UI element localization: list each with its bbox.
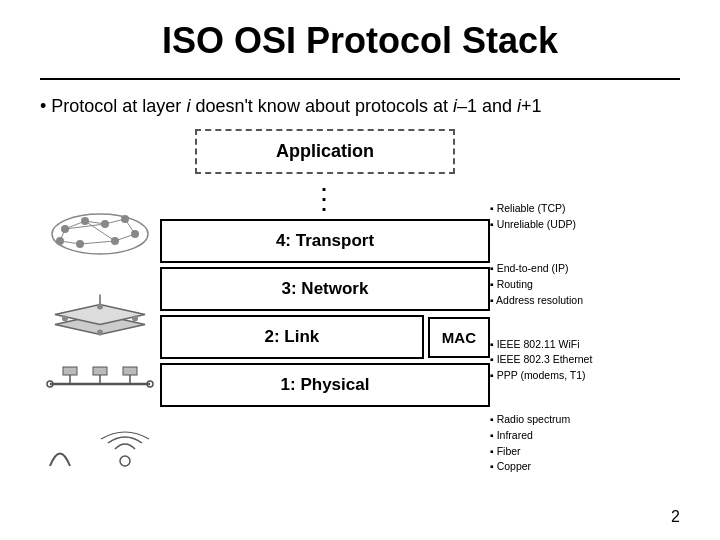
layer-row-network: 3: Network [160, 267, 490, 311]
svg-point-25 [97, 304, 103, 310]
svg-point-35 [120, 456, 130, 466]
center-stack: Application ⋮ 4: Transport 3: Network 2:… [160, 129, 490, 487]
dots-separator: ⋮ [310, 182, 340, 215]
left-icons [40, 129, 160, 487]
svg-line-18 [85, 221, 115, 241]
mac-box: MAC [428, 317, 490, 358]
link-layer-box: 2: Link [160, 315, 424, 359]
transport-icon [45, 209, 155, 271]
network-layer-box: 3: Network [160, 267, 490, 311]
svg-line-12 [125, 219, 135, 234]
slide-title: ISO OSI Protocol Stack [40, 20, 680, 62]
physical-notes: Radio spectrum Infrared Fiber Copper [490, 406, 680, 481]
network-icon [45, 281, 155, 343]
svg-rect-30 [93, 367, 107, 375]
svg-point-24 [132, 316, 138, 322]
physical-icon [45, 425, 155, 487]
physical-layer-box: 1: Physical [160, 363, 490, 407]
application-box: Application [195, 129, 455, 174]
layer-row-transport: 4: Transport [160, 219, 490, 263]
slide-number: 2 [671, 508, 680, 526]
divider [40, 78, 680, 80]
svg-line-13 [115, 234, 135, 241]
layer-row-physical: 1: Physical [160, 363, 490, 407]
content-area: Application ⋮ 4: Transport 3: Network 2:… [40, 129, 680, 487]
link-icon [45, 353, 155, 415]
svg-rect-32 [123, 367, 137, 375]
svg-rect-28 [63, 367, 77, 375]
layer-row-link: 2: Link MAC [160, 315, 490, 359]
transport-notes: Reliable (TCP) Unreliable (UDP) [490, 195, 680, 239]
svg-point-22 [62, 316, 68, 322]
svg-point-23 [97, 330, 103, 336]
right-notes: Reliable (TCP) Unreliable (UDP) End-to-e… [490, 129, 680, 487]
network-notes: End-to-end (IP) Routing Address resoluti… [490, 255, 680, 314]
transport-layer-box: 4: Transport [160, 219, 490, 263]
svg-line-14 [80, 241, 115, 244]
bullet-point: • Protocol at layer i doesn't know about… [40, 94, 680, 119]
slide: ISO OSI Protocol Stack • Protocol at lay… [0, 0, 720, 540]
link-notes: IEEE 802.11 WiFi IEEE 802.3 Ethernet PPP… [490, 331, 680, 390]
